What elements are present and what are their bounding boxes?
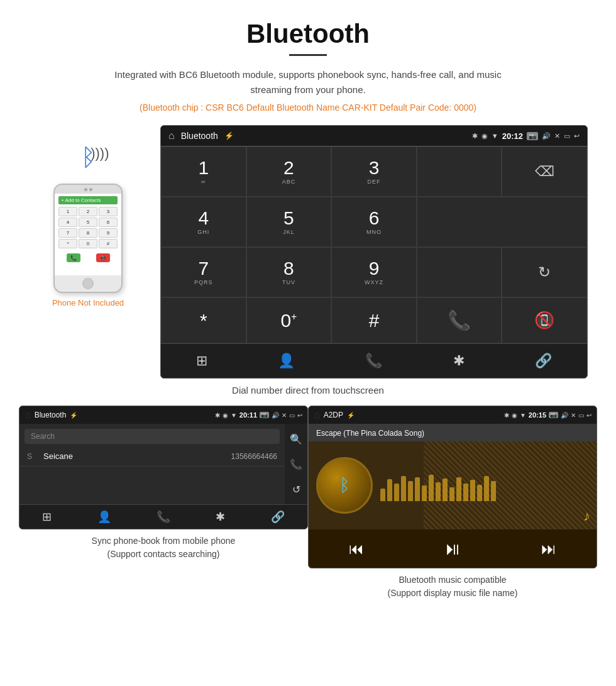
pb-home-icon[interactable]: ⌂ [25, 409, 31, 421]
pb-refresh-icon[interactable]: ↺ [292, 480, 300, 499]
status-bar-right: ✱ ◉ ▼ 20:12 📷 🔊 ✕ ▭ ↩ [472, 131, 580, 141]
music-album-art: ᛒ [316, 457, 373, 514]
dial-backspace[interactable]: ⌫ [502, 147, 587, 197]
phone-home-button [82, 278, 94, 289]
phone-camera-dot [84, 188, 87, 191]
nav-phone-icon[interactable]: 📞 [358, 350, 390, 372]
music-time: 20:15 [529, 411, 546, 419]
pb-call-icon[interactable]: 📞 [290, 455, 302, 474]
title-divider [289, 54, 327, 56]
dial-key-hash[interactable]: # [331, 297, 417, 343]
volume-icon: 🔊 [542, 132, 551, 140]
pb-search-placeholder: Search [31, 432, 55, 441]
dial-key-6[interactable]: 6 MNO [331, 197, 417, 247]
mini-key-1: 1 [58, 207, 77, 216]
music-song-bar: Escape (The Pina Colada Song) [309, 424, 597, 441]
nav-link-icon[interactable]: 🔗 [527, 350, 559, 372]
pb-empty-space [19, 467, 285, 504]
dial-key-2[interactable]: 2 ABC [246, 147, 332, 197]
phonebook-screen: ⌂ Bluetooth ⚡ ✱ ◉ ▼ 20:11 📷 🔊 ✕ ▭ ↩ [19, 406, 308, 529]
music-loc-icon: ◉ [512, 412, 517, 419]
mini-key-4: 4 [58, 218, 77, 227]
dial-key-3[interactable]: 3 DEF [331, 147, 417, 197]
pb-caption: Sync phone-book from mobile phone(Suppor… [19, 534, 308, 561]
bluetooth-signal-graphic: ᛒ )))) [81, 144, 96, 171]
mini-key-9: 9 [99, 228, 118, 238]
music-bt-icon: ✱ [504, 412, 509, 419]
dial-refresh[interactable]: ↻ [502, 247, 587, 297]
pb-nav-grid[interactable]: ⊞ [42, 510, 52, 524]
phone-top-bar [55, 185, 121, 194]
music-screen-title: A2DP [324, 411, 343, 419]
mini-key-hash: # [99, 239, 118, 248]
dial-bottom-nav: ⊞ 👤 📞 ✱ 🔗 [161, 343, 587, 378]
bt-status-icon: ✱ [472, 132, 478, 140]
pb-contact-letter: S [27, 452, 37, 461]
pb-status-right: ✱ ◉ ▼ 20:11 📷 🔊 ✕ ▭ ↩ [215, 411, 302, 419]
dial-key-8[interactable]: 8 TUV [246, 247, 332, 297]
music-panel: ⌂ A2DP ⚡ ✱ ◉ ▼ 20:15 📷 🔊 ✕ ▭ ↩ E [308, 406, 597, 600]
dial-key-star[interactable]: * [161, 297, 246, 343]
window-icon: ▭ [564, 132, 570, 140]
page-header: Bluetooth Integrated with BC6 Bluetooth … [0, 0, 616, 113]
music-back-icon: ↩ [586, 412, 591, 419]
music-cam-icon: 📷 [549, 412, 558, 418]
nav-contacts-icon[interactable]: 👤 [270, 350, 302, 372]
pb-contact-number: 13566664466 [231, 452, 277, 461]
mini-key-0: 0 [79, 239, 97, 248]
pb-search-icon[interactable]: 🔍 [290, 429, 302, 449]
music-note-icon: ♪ [583, 508, 590, 524]
pb-content-wrap: Search S Seicane 13566664466 🔍 📞 ↺ [19, 424, 307, 504]
dial-key-7[interactable]: 7 PQRS [161, 247, 246, 297]
music-next-btn[interactable]: ⏭ [541, 540, 556, 558]
dial-key-4[interactable]: 4 GHI [161, 197, 246, 247]
music-play-pause-btn[interactable]: ⏯ [444, 538, 461, 559]
mini-key-8: 8 [79, 228, 97, 238]
music-usb-icon: ⚡ [347, 412, 355, 419]
music-screen: ⌂ A2DP ⚡ ✱ ◉ ▼ 20:15 📷 🔊 ✕ ▭ ↩ E [308, 406, 597, 568]
music-info [380, 470, 589, 501]
home-icon[interactable]: ⌂ [168, 130, 175, 141]
music-controls: ⏮ ⏯ ⏭ [309, 529, 597, 568]
dial-key-1[interactable]: 1 ∞ [161, 147, 246, 197]
dial-key-0[interactable]: 0+ [246, 297, 332, 343]
nav-bluetooth-icon[interactable]: ✱ [446, 350, 472, 372]
dial-key-5[interactable]: 5 JKL [246, 197, 332, 247]
orange-info-text: (Bluetooth chip : CSR BC6 Default Blueto… [0, 102, 616, 113]
music-close-icon: ✕ [571, 412, 576, 419]
dial-screen: ⌂ Bluetooth ⚡ ✱ ◉ ▼ 20:12 📷 🔊 ✕ ▭ ↩ 1 ∞ [160, 125, 588, 379]
mini-key-7: 7 [58, 228, 77, 238]
music-sig-icon: ▼ [520, 412, 526, 419]
dial-caption: Dial number direct from touchscreen [0, 385, 616, 396]
pb-loc-icon: ◉ [223, 412, 228, 419]
phone-call-btn: 📞 [67, 253, 80, 262]
pb-side-icons: 🔍 📞 ↺ [285, 424, 307, 504]
phone-illustration: ᛒ )))) + Add to Contacts 1 2 3 4 5 6 7 [28, 125, 148, 307]
pb-nav-bt[interactable]: ✱ [216, 510, 225, 524]
pb-nav-link[interactable]: 🔗 [271, 510, 285, 524]
nav-grid-icon[interactable]: ⊞ [189, 350, 215, 372]
main-section: ᛒ )))) + Add to Contacts 1 2 3 4 5 6 7 [0, 125, 616, 379]
pb-contact-row[interactable]: S Seicane 13566664466 [19, 446, 285, 467]
dial-keypad: 1 ∞ 2 ABC 3 DEF ⌫ 4 GHI 5 JKL [161, 146, 587, 343]
music-prev-btn[interactable]: ⏮ [349, 540, 364, 558]
phone-mini-keypad: 1 2 3 4 5 6 7 8 9 * 0 # [58, 207, 118, 248]
music-vol-icon: 🔊 [561, 412, 568, 419]
back-icon: ↩ [574, 132, 580, 140]
pb-search-bar[interactable]: Search [25, 429, 280, 444]
mini-key-5: 5 [79, 218, 97, 227]
dial-empty-3 [417, 247, 502, 297]
location-icon: ◉ [481, 132, 488, 140]
music-home-icon[interactable]: ⌂ [314, 409, 320, 421]
mini-key-3: 3 [99, 207, 118, 216]
dial-key-9[interactable]: 9 WXYZ [331, 247, 417, 297]
phonebook-panel: ⌂ Bluetooth ⚡ ✱ ◉ ▼ 20:11 📷 🔊 ✕ ▭ ↩ [19, 406, 308, 600]
pb-nav-phone[interactable]: 📞 [157, 510, 170, 524]
dial-call-red[interactable]: 📵 [502, 297, 587, 343]
dial-screen-title: Bluetooth [181, 131, 218, 141]
pb-nav-contacts[interactable]: 👤 [97, 510, 111, 524]
music-status-bar: ⌂ A2DP ⚡ ✱ ◉ ▼ 20:15 📷 🔊 ✕ ▭ ↩ [309, 406, 597, 424]
dial-call-green[interactable]: 📞 [417, 297, 502, 343]
music-window-icon: ▭ [578, 412, 584, 419]
pb-close-icon: ✕ [282, 412, 287, 419]
